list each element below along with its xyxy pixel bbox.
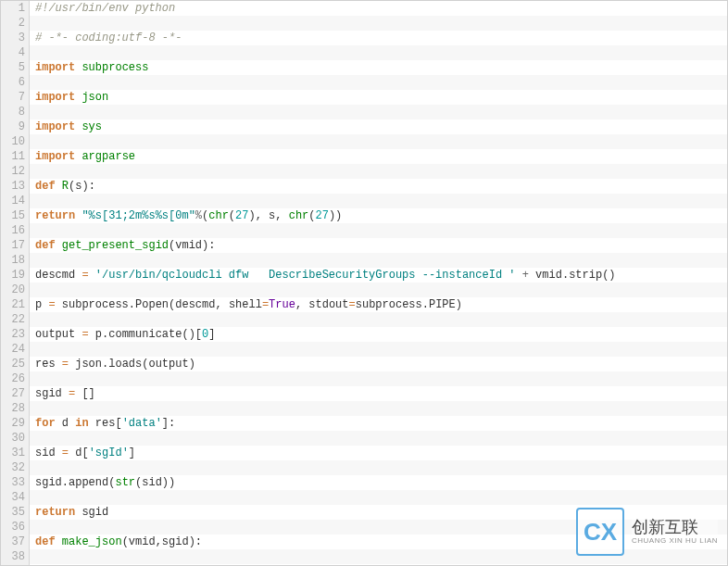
code-viewer: 1234567891011121314151617181920212223242… <box>1 1 727 565</box>
line-number: 18 <box>1 253 25 268</box>
code-line: output = p.communicate()[0] <box>30 327 727 342</box>
code-line <box>30 253 727 268</box>
line-number: 33 <box>1 475 25 490</box>
line-number: 17 <box>1 238 25 253</box>
line-number: 27 <box>1 386 25 401</box>
code-line: sgid = [] <box>30 386 727 401</box>
code-line: sgid.append(str(sid)) <box>30 475 727 490</box>
line-number: 26 <box>1 371 25 386</box>
watermark-text: 创新互联 CHUANG XIN HU LIAN <box>632 519 718 546</box>
code-line: def R(s): <box>30 179 727 194</box>
line-number: 30 <box>1 431 25 446</box>
watermark-logo: CX <box>576 508 624 556</box>
line-number: 1 <box>1 1 25 16</box>
line-number: 19 <box>1 268 25 283</box>
watermark-brand-cn: 创新互联 <box>632 519 718 537</box>
line-number: 3 <box>1 31 25 45</box>
line-number: 8 <box>1 105 25 119</box>
line-number: 22 <box>1 312 25 327</box>
line-number-gutter: 1234567891011121314151617181920212223242… <box>1 1 30 565</box>
code-line <box>30 16 727 31</box>
line-number: 16 <box>1 223 25 238</box>
code-line <box>30 371 727 386</box>
code-line: import sys <box>30 119 727 134</box>
code-line: sid = d['sgId'] <box>30 446 727 460</box>
line-number: 14 <box>1 194 25 208</box>
code-line <box>30 460 727 475</box>
line-number: 20 <box>1 283 25 297</box>
watermark: CX 创新互联 CHUANG XIN HU LIAN <box>576 508 718 556</box>
code-line: descmd = '/usr/bin/qcloudcli dfw Describ… <box>30 268 727 283</box>
line-number: 36 <box>1 520 25 535</box>
line-number: 11 <box>1 149 25 164</box>
code-line <box>30 490 727 505</box>
code-line <box>30 342 727 357</box>
line-number: 24 <box>1 342 25 357</box>
code-line: for d in res['data']: <box>30 416 727 431</box>
code-line <box>30 401 727 416</box>
code-line: return "%s[31;2m%s%s[0m"%(chr(27), s, ch… <box>30 208 727 223</box>
code-line: import subprocess <box>30 60 727 75</box>
code-line <box>30 45 727 60</box>
code-line <box>30 75 727 90</box>
line-number: 13 <box>1 179 25 194</box>
code-line: #!/usr/bin/env python <box>30 1 727 16</box>
code-line <box>30 194 727 208</box>
line-number: 9 <box>1 119 25 134</box>
line-number: 21 <box>1 297 25 312</box>
line-number: 32 <box>1 460 25 475</box>
code-line: def get_present_sgid(vmid): <box>30 238 727 253</box>
line-number: 7 <box>1 90 25 105</box>
line-number: 34 <box>1 490 25 505</box>
code-line <box>30 164 727 179</box>
code-line <box>30 431 727 446</box>
code-line <box>30 223 727 238</box>
code-line <box>30 312 727 327</box>
line-number: 15 <box>1 208 25 223</box>
line-number: 6 <box>1 75 25 90</box>
code-line: p = subprocess.Popen(descmd, shell=True,… <box>30 297 727 312</box>
line-number: 5 <box>1 60 25 75</box>
line-number: 29 <box>1 416 25 431</box>
line-number: 4 <box>1 45 25 60</box>
line-number: 12 <box>1 164 25 179</box>
line-number: 31 <box>1 446 25 460</box>
code-line: import json <box>30 90 727 105</box>
code-content: #!/usr/bin/env python# -*- coding:utf-8 … <box>30 1 727 565</box>
code-line <box>30 283 727 297</box>
line-number: 38 <box>1 549 25 564</box>
line-number: 37 <box>1 535 25 549</box>
code-line: # -*- coding:utf-8 -*- <box>30 31 727 45</box>
code-line: res = json.loads(output) <box>30 357 727 371</box>
line-number: 28 <box>1 401 25 416</box>
line-number: 35 <box>1 505 25 520</box>
line-number: 25 <box>1 357 25 371</box>
code-line <box>30 134 727 149</box>
line-number: 23 <box>1 327 25 342</box>
watermark-brand-en: CHUANG XIN HU LIAN <box>632 537 718 546</box>
line-number: 10 <box>1 134 25 149</box>
code-line: import argparse <box>30 149 727 164</box>
code-line <box>30 105 727 119</box>
line-number: 2 <box>1 16 25 31</box>
